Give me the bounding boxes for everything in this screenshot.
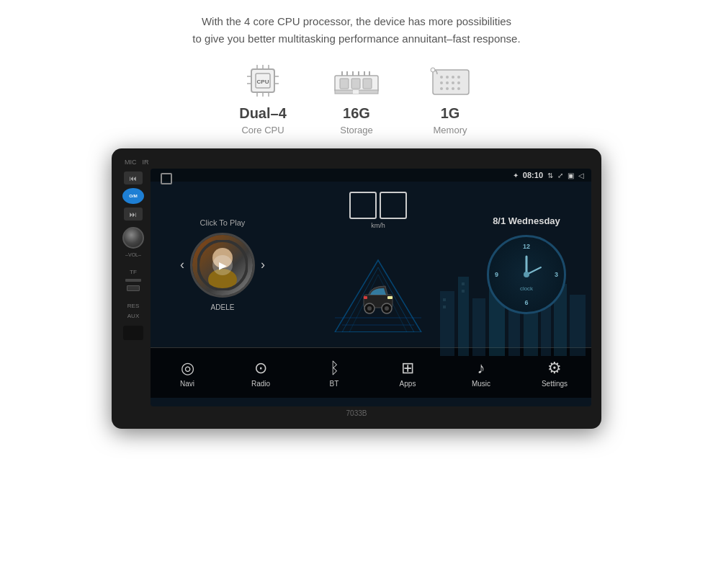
header-line2: to give you better multitasking performa…	[58, 30, 655, 48]
skip-back-button[interactable]: ⏮	[124, 172, 143, 184]
nav-item-navi[interactable]: ◎ Navi	[158, 359, 216, 388]
svg-point-35	[440, 87, 443, 90]
apps-icon: ⊞	[401, 359, 414, 378]
svg-point-30	[457, 76, 460, 79]
rotate-icon: ⤢	[557, 172, 563, 179]
svg-point-27	[440, 76, 443, 79]
bluetooth-status-icon: ✦	[513, 172, 519, 179]
car-stereo-device: MIC IR ⏮ O/M ⏭ –VOL– TF RES AUX	[112, 148, 601, 429]
nav-item-settings[interactable]: ⚙ Settings	[526, 359, 583, 388]
device-screen[interactable]: ✦ 08:10 ⇅ ⤢ ▣ ◁ Click To Play ‹	[151, 169, 591, 406]
music-icon: ♪	[477, 359, 485, 378]
car-road-svg	[320, 239, 436, 332]
aux-label: AUX	[127, 313, 139, 319]
signal-icon: ⇅	[547, 172, 553, 179]
center-panel: km/h	[295, 182, 462, 347]
memory-icon-wrapper	[425, 62, 475, 102]
settings-icon: ⚙	[547, 359, 562, 378]
next-track-button[interactable]: ›	[261, 257, 265, 272]
car-display-area	[320, 229, 436, 342]
settings-label: Settings	[542, 380, 568, 388]
radio-label: Radio	[251, 380, 270, 388]
storage-label: Storage	[340, 125, 373, 135]
svg-rect-14	[340, 79, 349, 89]
am-fm-label: O/M	[129, 194, 137, 198]
header-line1: With the 4 core CPU processor, the devic…	[58, 13, 655, 30]
tf-slot[interactable]	[125, 279, 141, 282]
prev-track-button[interactable]: ‹	[180, 257, 184, 272]
bt-label: BT	[330, 380, 339, 388]
svg-point-34	[457, 81, 460, 84]
bt-icon: ᛒ	[330, 359, 339, 378]
usb-slot[interactable]	[127, 285, 140, 291]
click-to-play-label: Click To Play	[200, 218, 246, 227]
ram-svg-icon	[331, 64, 382, 100]
radio-icon: ⊙	[254, 359, 267, 378]
svg-text:CPU: CPU	[257, 79, 269, 85]
volume-knob[interactable]	[122, 227, 144, 249]
device-body: ⏮ O/M ⏭ –VOL– TF RES AUX	[122, 169, 591, 406]
svg-point-71	[524, 272, 529, 277]
am-fm-button[interactable]: O/M	[122, 188, 144, 204]
cpu-label: Core CPU	[241, 125, 284, 135]
status-time: 08:10	[523, 171, 543, 179]
vol-label: –VOL–	[125, 252, 141, 257]
svg-point-65	[367, 306, 372, 311]
svg-point-36	[446, 87, 449, 90]
clock-hands	[487, 235, 566, 314]
svg-rect-15	[351, 79, 360, 89]
back-icon: ◁	[578, 172, 584, 179]
svg-point-33	[452, 81, 454, 84]
clock-text-label: clock	[520, 285, 533, 292]
svg-rect-67	[387, 296, 393, 299]
right-panel: 8/1 Wednesday 12 3 6 9	[462, 182, 591, 347]
svg-rect-25	[433, 70, 469, 94]
navi-icon: ◎	[181, 359, 194, 378]
svg-point-66	[385, 306, 389, 311]
svg-point-28	[446, 76, 449, 79]
svg-point-29	[452, 76, 454, 79]
cpu-icon-wrapper: CPU	[238, 62, 288, 102]
music-panel: Click To Play ‹	[151, 182, 295, 347]
ir-label: IR	[143, 159, 149, 166]
mic-label: MIC	[125, 159, 137, 166]
speed-gauge-left	[349, 192, 377, 219]
svg-point-37	[452, 87, 454, 90]
screen-main-content: Click To Play ‹	[151, 182, 591, 347]
model-number: 7033B	[122, 406, 591, 420]
memory-svg-icon	[427, 64, 474, 100]
speed-gauge-right	[380, 192, 407, 219]
nav-item-apps[interactable]: ⊞ Apps	[379, 359, 436, 388]
album-art[interactable]: ▶	[190, 233, 255, 298]
play-button-overlay[interactable]: ▶	[212, 255, 233, 275]
navi-label: Navi	[180, 380, 194, 388]
speed-gauges	[349, 192, 407, 219]
apps-label: Apps	[400, 380, 416, 388]
connector-protrusion	[123, 326, 143, 340]
album-art-row: ‹ ▶	[180, 233, 265, 298]
svg-rect-68	[364, 296, 367, 299]
date-display: 8/1 Wednesday	[493, 215, 560, 226]
res-label: RES	[127, 303, 139, 309]
device-wrapper: MIC IR ⏮ O/M ⏭ –VOL– TF RES AUX	[0, 148, 713, 429]
skip-fwd-button[interactable]: ⏭	[124, 208, 143, 220]
tf-label: TF	[130, 269, 137, 275]
cpu-value: Dual–4	[239, 104, 287, 122]
specs-row: CPU Dual–4 Core CPU	[0, 55, 713, 148]
spec-storage: 16G Storage	[331, 62, 382, 135]
memory-value: 1G	[441, 104, 460, 122]
nav-item-bt[interactable]: ᛒ BT	[305, 359, 363, 388]
artist-name: ADELE	[211, 303, 235, 311]
speed-unit-label: km/h	[371, 222, 385, 229]
spec-cpu: CPU Dual–4 Core CPU	[238, 62, 288, 135]
svg-point-32	[446, 81, 449, 84]
svg-point-26	[431, 68, 435, 72]
device-top-labels: MIC IR	[125, 159, 591, 166]
nav-item-radio[interactable]: ⊙ Radio	[232, 359, 290, 388]
cpu-svg-icon: CPU	[241, 62, 284, 102]
svg-point-31	[440, 81, 443, 84]
status-bar: ✦ 08:10 ⇅ ⤢ ▣ ◁	[151, 169, 591, 182]
nav-item-music[interactable]: ♪ Music	[452, 359, 510, 388]
side-controls: ⏮ O/M ⏭ –VOL– TF RES AUX	[122, 169, 145, 406]
svg-rect-18	[353, 90, 359, 94]
